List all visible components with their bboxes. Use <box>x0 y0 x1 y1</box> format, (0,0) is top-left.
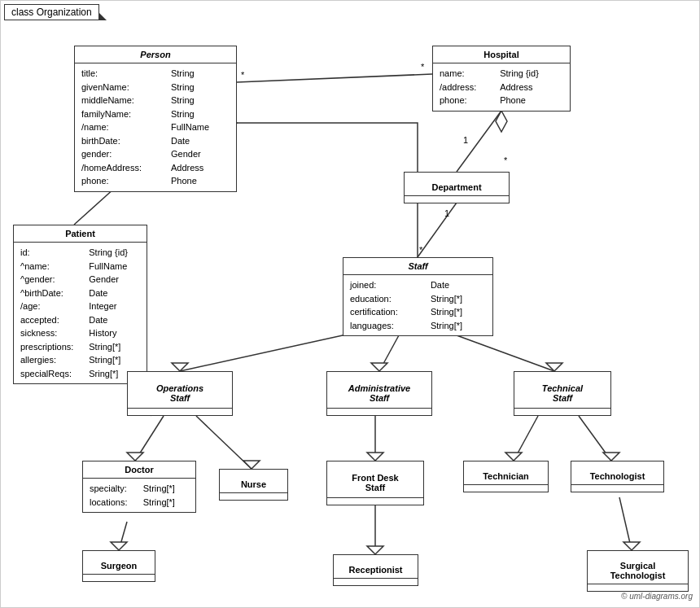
svg-marker-34 <box>623 542 640 550</box>
surgical-technologist-class: SurgicalTechnologist <box>587 550 689 592</box>
hospital-header: Hospital <box>433 46 570 63</box>
department-class: Department <box>404 172 510 203</box>
technical-staff-header: TechnicalStaff <box>514 378 610 409</box>
front-desk-staff-class: Front DeskStaff <box>326 461 424 505</box>
staff-header: Staff <box>343 258 492 275</box>
svg-text:1: 1 <box>444 208 449 218</box>
person-header: Person <box>75 46 236 63</box>
svg-line-21 <box>196 416 252 469</box>
svg-marker-18 <box>546 363 562 371</box>
hospital-body: name:String {id} /address:Address phone:… <box>433 63 570 111</box>
operations-staff-header: OperationsStaff <box>128 378 232 409</box>
svg-marker-14 <box>172 363 188 371</box>
svg-marker-4 <box>496 111 507 132</box>
hospital-class: Hospital name:String {id} /address:Addre… <box>432 46 571 112</box>
svg-line-7 <box>418 203 457 257</box>
patient-header: Patient <box>14 225 147 243</box>
nurse-header: Nurse <box>220 476 287 493</box>
svg-line-3 <box>457 111 501 172</box>
doctor-header: Doctor <box>83 461 195 479</box>
patient-class: Patient id:String {id} ^name:FullName ^g… <box>13 225 147 384</box>
technologist-header: Technologist <box>571 468 663 485</box>
svg-line-10 <box>74 188 115 225</box>
svg-line-27 <box>579 416 611 461</box>
administrative-staff-header: AdministrativeStaff <box>327 378 431 409</box>
svg-text:*: * <box>421 62 425 72</box>
surgical-technologist-header: SurgicalTechnologist <box>588 558 688 584</box>
svg-marker-30 <box>111 542 127 550</box>
svg-marker-20 <box>127 453 143 461</box>
doctor-class: Doctor specialty:String[*] locations:Str… <box>82 461 196 513</box>
frame-label: class Organization <box>4 4 99 20</box>
doctor-body: specialty:String[*] locations:String[*] <box>83 479 195 512</box>
svg-text:*: * <box>419 245 423 255</box>
svg-text:1: 1 <box>463 135 468 145</box>
patient-body: id:String {id} ^name:FullName ^gender:Ge… <box>14 243 147 383</box>
receptionist-class: Receptionist <box>333 554 418 586</box>
diagram-container: class Organization * * 1 * 1 * <box>0 0 700 608</box>
department-header: Department <box>405 179 509 196</box>
svg-marker-22 <box>243 461 260 469</box>
svg-line-25 <box>514 416 538 461</box>
technician-header: Technician <box>464 468 548 485</box>
person-class: Person title:String givenName:String mid… <box>74 46 237 192</box>
svg-marker-24 <box>367 453 383 461</box>
svg-marker-28 <box>603 453 619 461</box>
svg-line-29 <box>119 522 127 550</box>
svg-text:*: * <box>241 70 245 80</box>
technical-staff-class: TechnicalStaff <box>514 371 611 416</box>
svg-marker-26 <box>505 453 522 461</box>
technologist-class: Technologist <box>571 461 664 492</box>
staff-class: Staff joined:Date education:String[*] ce… <box>343 257 493 336</box>
svg-line-19 <box>135 416 164 461</box>
copyright: © uml-diagrams.org <box>621 592 693 601</box>
person-body: title:String givenName:String middleName… <box>75 63 236 191</box>
svg-line-0 <box>237 74 432 82</box>
svg-marker-16 <box>371 363 387 371</box>
staff-body: joined:Date education:String[*] certific… <box>343 275 492 335</box>
surgeon-header: Surgeon <box>83 558 155 575</box>
technician-class: Technician <box>463 461 549 492</box>
administrative-staff-class: AdministrativeStaff <box>326 371 432 416</box>
operations-staff-class: OperationsStaff <box>127 371 233 416</box>
nurse-class: Nurse <box>219 469 288 501</box>
svg-line-33 <box>619 497 632 550</box>
svg-text:*: * <box>504 155 508 165</box>
svg-marker-32 <box>367 546 383 554</box>
receptionist-header: Receptionist <box>334 562 418 579</box>
front-desk-staff-header: Front DeskStaff <box>327 468 423 498</box>
surgeon-class: Surgeon <box>82 550 155 582</box>
